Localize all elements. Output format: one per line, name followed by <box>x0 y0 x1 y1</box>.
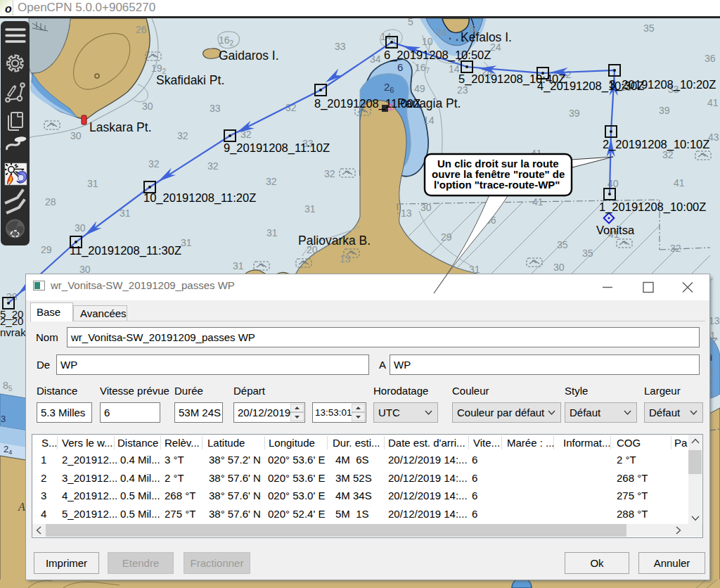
svg-text:l'option "trace-route-WP": l'option "trace-route-WP" <box>434 179 560 191</box>
